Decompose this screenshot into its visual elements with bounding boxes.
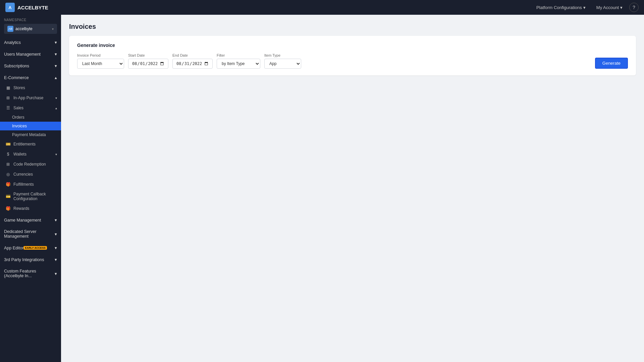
item-type-label: Item Type xyxy=(264,53,301,57)
platform-config-button[interactable]: Platform Configurations ▾ xyxy=(532,3,590,12)
sales-icon: ☰ xyxy=(5,105,11,111)
form-area: Invoice Period Last Month This Month Cus… xyxy=(77,53,628,69)
code-redemption-label: Code Redemption xyxy=(13,162,46,167)
start-date-input[interactable] xyxy=(128,59,168,69)
sidebar-section-ecommerce: E-Commerce ▴ ▦ Stores ⊞ In-App Purchase … xyxy=(0,72,61,214)
sidebar-item-wallets[interactable]: $ Wallets ▾ xyxy=(0,149,61,159)
sidebar-section-users: Users Management ▾ xyxy=(0,49,61,59)
sidebar-item-ecommerce[interactable]: E-Commerce ▴ xyxy=(0,72,61,83)
subscriptions-label: Subscriptions xyxy=(4,64,29,68)
rewards-icon: 🎁 xyxy=(5,206,11,211)
item-type-select[interactable]: App Game Bundle Ingameitem Coins Season … xyxy=(264,59,301,69)
generate-button[interactable]: Generate xyxy=(595,58,628,69)
game-management-label: Game Management xyxy=(4,218,41,223)
chevron-down-icon: ▾ xyxy=(620,5,623,10)
chevron-icon: ▾ xyxy=(55,63,57,68)
sidebar-item-users-management[interactable]: Users Management ▾ xyxy=(0,49,61,59)
chevron-up-icon: ▴ xyxy=(55,106,57,110)
logo-text: ACCELBYTE xyxy=(17,5,48,10)
sidebar-section-analytics: Analytics ▾ xyxy=(0,37,61,48)
currencies-label: Currencies xyxy=(13,172,33,177)
sidebar-subitem-invoices[interactable]: Invoices xyxy=(0,122,61,130)
analytics-label: Analytics xyxy=(4,40,21,45)
early-access-badge: EARLY ACCESS xyxy=(23,246,47,250)
sidebar-item-code-redemption[interactable]: ⊞ Code Redemption xyxy=(0,159,61,169)
sidebar-item-dedicated-server[interactable]: Dedicated Server Management ▾ xyxy=(0,227,61,241)
chevron-icon: ▾ xyxy=(55,257,57,262)
chevron-down-icon: ▾ xyxy=(583,5,586,10)
invoice-period-select[interactable]: Last Month This Month Custom Range xyxy=(77,59,124,69)
sidebar-subitem-orders[interactable]: Orders xyxy=(0,113,61,122)
page-title: Invoices xyxy=(69,23,636,31)
end-date-group: End Date xyxy=(172,53,213,69)
stores-icon: ▦ xyxy=(5,85,11,90)
sidebar-section-3rd-party: 3rd Party Integrations ▾ xyxy=(0,254,61,265)
in-app-purchase-icon: ⊞ xyxy=(5,95,11,101)
chevron-icon: ▾ xyxy=(55,232,57,237)
sidebar-section-game-management: Game Management ▾ xyxy=(0,215,61,225)
account-button[interactable]: My Account ▾ xyxy=(592,3,627,12)
filter-label: Filter xyxy=(217,53,260,57)
orders-label: Orders xyxy=(12,115,24,120)
chevron-up-icon: ▴ xyxy=(55,75,57,80)
fulfillments-label: Fulfillments xyxy=(13,182,34,187)
wallets-label: Wallets xyxy=(13,152,26,157)
sidebar-item-entitlements[interactable]: 🎫 Entitlements xyxy=(0,139,61,149)
item-type-group: Item Type App Game Bundle Ingameitem Coi… xyxy=(264,53,301,69)
generate-invoice-card: Generate invoice Invoice Period Last Mon… xyxy=(69,36,636,75)
namespace-name: accelbyte xyxy=(15,26,33,31)
form-row: Invoice Period Last Month This Month Cus… xyxy=(77,53,301,69)
logo: A ACCELBYTE xyxy=(5,3,48,12)
end-date-label: End Date xyxy=(172,53,213,57)
invoice-period-label: Invoice Period xyxy=(77,53,124,57)
sidebar: NAMESPACE AB accelbyte ▾ Analytics ▾ Use… xyxy=(0,15,61,362)
sidebar-section-subscriptions: Subscriptions ▾ xyxy=(0,61,61,71)
namespace-selector[interactable]: AB accelbyte ▾ xyxy=(4,24,57,34)
filter-group: Filter by Item Type by SKU xyxy=(217,53,260,69)
entitlements-label: Entitlements xyxy=(13,142,36,146)
3rd-party-label: 3rd Party Integrations xyxy=(4,257,44,262)
sidebar-item-app-editor[interactable]: App Editor EARLY ACCESS ▾ xyxy=(0,243,61,253)
sidebar-item-in-app-purchase[interactable]: ⊞ In-App Purchase ▾ xyxy=(0,93,61,103)
sidebar-item-currencies[interactable]: ◎ Currencies xyxy=(0,169,61,179)
sidebar-item-analytics[interactable]: Analytics ▾ xyxy=(0,37,61,48)
payment-callback-icon: 💳 xyxy=(5,194,11,199)
users-management-label: Users Management xyxy=(4,52,41,57)
sidebar-item-fulfillments[interactable]: 🎁 Fulfillments xyxy=(0,179,61,189)
chevron-down-icon: ▾ xyxy=(55,96,57,100)
invoice-period-group: Invoice Period Last Month This Month Cus… xyxy=(77,53,124,69)
sidebar-item-game-management[interactable]: Game Management ▾ xyxy=(0,215,61,225)
sidebar-item-rewards[interactable]: 🎁 Rewards xyxy=(0,203,61,214)
sidebar-item-payment-callback[interactable]: 💳 Payment Callback Configuration xyxy=(0,189,61,203)
filter-select[interactable]: by Item Type by SKU xyxy=(217,59,260,69)
chevron-icon: ▾ xyxy=(55,271,57,276)
chevron-icon: ▾ xyxy=(55,245,57,250)
sidebar-item-3rd-party[interactable]: 3rd Party Integrations ▾ xyxy=(0,254,61,265)
sidebar-item-subscriptions[interactable]: Subscriptions ▾ xyxy=(0,61,61,71)
wallets-icon: $ xyxy=(5,152,11,157)
sidebar-subitem-payment-metadata[interactable]: Payment Metadata xyxy=(0,130,61,139)
chevron-icon: ▾ xyxy=(55,218,57,223)
code-redemption-icon: ⊞ xyxy=(5,162,11,167)
chevron-icon: ▾ xyxy=(55,52,57,57)
sidebar-section-custom-features: Custom Features (Accelbyte In... ▾ xyxy=(0,266,61,281)
rewards-label: Rewards xyxy=(13,206,29,211)
currencies-icon: ◎ xyxy=(5,172,11,177)
sales-label: Sales xyxy=(13,106,23,110)
invoices-label: Invoices xyxy=(12,124,27,128)
end-date-input[interactable] xyxy=(172,59,213,69)
sidebar-section-app-editor: App Editor EARLY ACCESS ▾ xyxy=(0,243,61,253)
namespace-section: NAMESPACE AB accelbyte ▾ xyxy=(0,15,61,36)
payment-metadata-label: Payment Metadata xyxy=(12,132,46,137)
dedicated-server-label: Dedicated Server Management xyxy=(4,229,55,239)
sidebar-item-stores[interactable]: ▦ Stores xyxy=(0,83,61,93)
fulfillments-icon: 🎁 xyxy=(5,182,11,187)
sidebar-item-sales[interactable]: ☰ Sales ▴ xyxy=(0,103,61,113)
stores-label: Stores xyxy=(13,85,25,90)
chevron-down-icon: ▾ xyxy=(55,153,57,156)
app-editor-label: App Editor xyxy=(4,246,23,250)
namespace-icon: AB xyxy=(7,26,13,32)
help-button[interactable]: ? xyxy=(629,3,639,12)
namespace-label: NAMESPACE xyxy=(4,18,57,22)
sidebar-item-custom-features[interactable]: Custom Features (Accelbyte In... ▾ xyxy=(0,266,61,281)
